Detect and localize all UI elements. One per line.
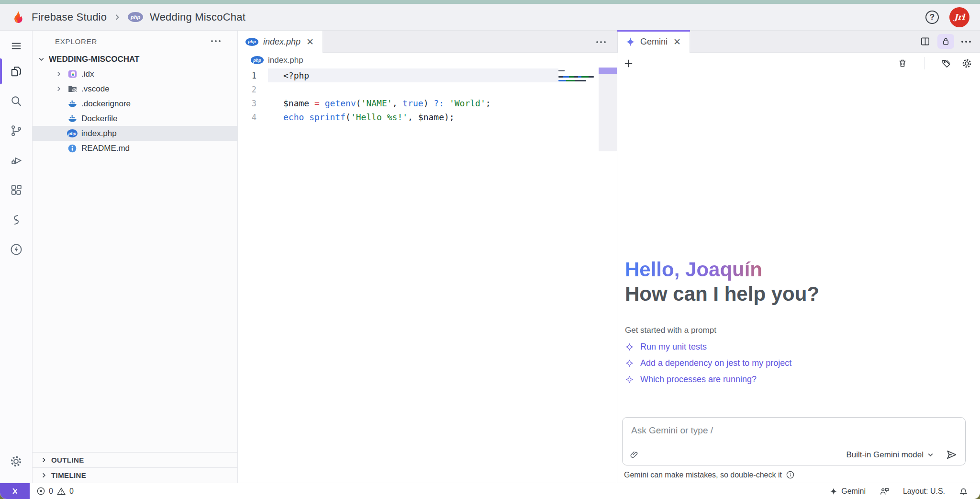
remote-icon [10, 487, 20, 496]
gemini-disclaimer: Gemini can make mistakes, so double-chec… [624, 470, 795, 479]
code-line: 4echo sprintf('Hello %s!', $name); [238, 110, 617, 124]
app-name[interactable]: Firebase Studio [32, 11, 107, 23]
new-chat-icon[interactable] [623, 58, 634, 69]
delete-chat-icon[interactable] [897, 58, 908, 68]
send-icon[interactable] [946, 449, 958, 461]
activity-bar [0, 31, 33, 483]
spark-outline-icon [625, 342, 634, 352]
status-bar: 0 0 Gemini Layout: U.S. [0, 483, 980, 499]
scrollbar-thumb[interactable] [599, 68, 617, 74]
php-project-icon: php [128, 12, 143, 22]
sidebar-item-run-debug[interactable] [0, 146, 33, 175]
chevron-down-icon [927, 451, 934, 458]
app-header: Firebase Studio php Wedding MiscoChat ? … [0, 4, 980, 31]
info-icon[interactable] [786, 470, 795, 479]
sidebar-item-studio-templates[interactable] [0, 205, 33, 235]
header-actions: ? Jrl [925, 7, 969, 27]
chevron-right-icon [55, 70, 62, 78]
code-editor[interactable]: 1<?php23$name = getenv('NAME', true) ?: … [238, 68, 617, 483]
file-tree: WEDDING-MISCOCHAT .idx [33, 52, 237, 156]
code-line: 3$name = getenv('NAME', true) ?: 'World'… [238, 96, 617, 110]
info-file-icon [67, 144, 77, 153]
project-title[interactable]: Wedding MiscoChat [150, 11, 245, 23]
gemini-input-box: Built-in Gemini model [622, 417, 966, 465]
chevron-right-icon [55, 85, 62, 92]
split-editor-icon[interactable] [920, 36, 931, 47]
gemini-spark-icon [625, 37, 635, 47]
vscode-folder-icon [67, 84, 78, 94]
gemini-content: Hello, Joaquín How can I help you? Get s… [617, 74, 980, 483]
avatar[interactable]: Jrl [949, 7, 969, 27]
error-icon [36, 487, 45, 496]
minimap[interactable] [558, 70, 596, 84]
sidebar-item-flash[interactable] [0, 235, 33, 264]
tab-index-php[interactable]: php index.php ✕ [238, 31, 323, 53]
editor-breadcrumb[interactable]: php index.php [238, 53, 617, 68]
gemini-spark-icon [830, 488, 837, 495]
tree-root[interactable]: WEDDING-MISCOCHAT [33, 52, 237, 67]
spark-outline-icon [625, 359, 634, 368]
settings-gear-icon[interactable] [0, 446, 33, 476]
settings-icon[interactable] [961, 58, 972, 69]
file-row-dockerignore[interactable]: .dockerignore [33, 96, 237, 111]
gemini-toolbar [617, 53, 980, 74]
status-gemini[interactable]: Gemini [830, 487, 866, 496]
sidebar-item-extensions[interactable] [0, 175, 33, 205]
gemini-prompt-input[interactable] [625, 420, 962, 441]
prompt-suggestions: Run my unit tests Add a dependency on je… [625, 339, 791, 387]
gemini-greeting: Hello, Joaquín How can I help you? [625, 257, 819, 306]
chevron-right-icon [40, 456, 47, 464]
problems-status[interactable]: 0 0 [30, 487, 74, 496]
close-icon[interactable]: ✕ [305, 36, 315, 47]
docker-icon [67, 113, 78, 124]
suggestion-run-tests[interactable]: Run my unit tests [625, 339, 791, 355]
remote-indicator[interactable] [0, 483, 30, 499]
attach-icon[interactable] [629, 450, 639, 460]
editor-tab-bar: php index.php ✕ [238, 31, 617, 53]
file-row-index-php[interactable]: php index.php [33, 126, 237, 141]
menu-icon[interactable] [0, 35, 33, 57]
window-top-strip [0, 0, 980, 4]
docker-icon [67, 99, 78, 109]
breadcrumb-separator-icon [113, 13, 121, 21]
greeting-question: How can I help you? [625, 282, 819, 306]
php-file-icon: php [67, 129, 78, 137]
gemini-panel: Gemini ✕ [617, 31, 980, 483]
sidebar-item-source-control[interactable] [0, 116, 33, 146]
greeting-hello: Hello, Joaquín [625, 257, 819, 282]
lock-icon[interactable] [937, 34, 954, 49]
file-row-dockerfile[interactable]: Dockerfile [33, 111, 237, 126]
editor-more-actions[interactable] [596, 37, 617, 46]
sidebar-item-explorer[interactable] [0, 57, 33, 86]
outline-section[interactable]: OUTLINE [33, 452, 237, 467]
help-icon[interactable]: ? [925, 11, 939, 24]
breadcrumb: Firebase Studio php Wedding MiscoChat [11, 9, 245, 25]
tag-icon[interactable] [941, 58, 952, 69]
model-selector[interactable]: Built-in Gemini model [846, 450, 934, 460]
file-row-vscode[interactable]: .vscode [33, 81, 237, 96]
close-icon[interactable]: ✕ [672, 36, 682, 47]
warning-icon [56, 487, 66, 496]
suggestion-add-dependency[interactable]: Add a dependency on jest to my project [625, 355, 791, 371]
notifications-bell-icon[interactable] [958, 486, 969, 496]
status-layout[interactable]: Layout: U.S. [903, 487, 945, 496]
explorer-panel: EXPLORER WEDDING-MISCOCHAT [33, 31, 238, 483]
php-file-icon: php [245, 38, 258, 46]
file-row-readme[interactable]: README.md [33, 141, 237, 156]
sidebar-item-search[interactable] [0, 86, 33, 116]
tab-gemini[interactable]: Gemini ✕ [617, 31, 690, 53]
explorer-more-icon[interactable] [211, 39, 221, 43]
file-row-idx[interactable]: .idx [33, 67, 237, 81]
more-icon[interactable] [961, 40, 971, 44]
php-file-icon: php [251, 56, 264, 64]
idx-folder-icon [67, 69, 78, 79]
firebase-logo-icon [11, 9, 25, 25]
explorer-title: EXPLORER [55, 37, 97, 45]
editor-scrollbar[interactable] [599, 68, 617, 151]
timeline-section[interactable]: TIMELINE [33, 467, 237, 483]
suggestion-processes[interactable]: Which processes are running? [625, 371, 791, 387]
explorer-header: EXPLORER [33, 31, 237, 52]
chevron-down-icon [38, 56, 45, 63]
spark-outline-icon [625, 375, 634, 384]
feedback-icon[interactable] [879, 486, 890, 497]
